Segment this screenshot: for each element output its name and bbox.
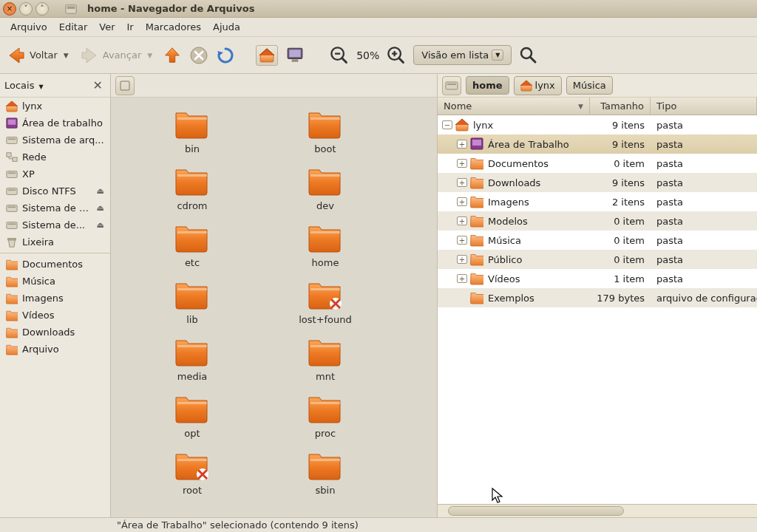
forward-history-dropdown[interactable]: ▼: [144, 52, 155, 59]
view-mode-combo[interactable]: Visão em lista ▼: [413, 45, 512, 65]
tree-row[interactable]: + Área de Trabalho 9 itens pasta: [438, 134, 757, 154]
sidebar-bookmark[interactable]: Documentos: [0, 256, 110, 273]
folder-item[interactable]: bin: [133, 109, 251, 154]
col-name-header[interactable]: Nome▼: [438, 98, 590, 115]
place-label: Disco NTFS: [22, 185, 92, 197]
folder-item[interactable]: boot: [266, 109, 384, 154]
tree-row[interactable]: + Documentos 0 item pasta: [438, 154, 757, 173]
sidebar-place[interactable]: Sistema de arq... ⏏: [0, 200, 110, 216]
expander-icon[interactable]: +: [457, 159, 467, 168]
sidebar-close-button[interactable]: ✕: [90, 78, 106, 92]
sidebar-place[interactable]: Lixeira: [0, 233, 110, 250]
home-button[interactable]: [256, 45, 278, 66]
tree-row[interactable]: + Público 0 item pasta: [438, 250, 757, 269]
folder-item[interactable]: media: [133, 337, 251, 382]
eject-icon[interactable]: ⏏: [97, 186, 104, 196]
icon-view-toggle[interactable]: [115, 76, 135, 95]
window-close-button[interactable]: ×: [3, 2, 16, 16]
folder-item[interactable]: etc: [133, 223, 251, 268]
sidebar-title[interactable]: Locais ▼: [4, 80, 90, 91]
window-title: home - Navegador de Arquivos: [87, 3, 254, 14]
tree-row[interactable]: + Imagens 2 itens pasta: [438, 192, 757, 211]
sidebar-place[interactable]: Disco NTFS ⏏: [0, 183, 110, 200]
zoom-level: 50%: [356, 50, 379, 61]
back-history-dropdown[interactable]: ▼: [61, 52, 72, 59]
expander-icon[interactable]: +: [457, 236, 467, 245]
col-type-header[interactable]: Tipo: [651, 98, 757, 115]
path-segment-lynx[interactable]: lynx: [514, 76, 562, 95]
menu-help[interactable]: Ajuda: [207, 19, 246, 35]
folder-item[interactable]: root: [133, 451, 251, 496]
sidebar-bookmark[interactable]: Downloads: [0, 324, 110, 341]
sidebar-bookmark[interactable]: Imagens: [0, 290, 110, 307]
folder-item[interactable]: cdrom: [133, 166, 251, 211]
svg-rect-14: [290, 50, 301, 57]
menu-bookmarks[interactable]: Marcadores: [140, 19, 207, 35]
folder-item[interactable]: lib: [133, 280, 251, 325]
pathbar-disk-button[interactable]: [442, 76, 461, 95]
folder-item[interactable]: opt: [133, 394, 251, 439]
menu-go[interactable]: Ir: [121, 19, 140, 35]
reload-button[interactable]: [216, 46, 235, 65]
tree-row[interactable]: − lynx 9 itens pasta: [438, 115, 757, 134]
folder-item[interactable]: proc: [266, 394, 384, 439]
icon-view[interactable]: bin boot cdrom dev etc: [111, 98, 438, 517]
grid-icon: [119, 80, 131, 92]
folder-item[interactable]: home: [266, 223, 384, 268]
folder-item[interactable]: sbin: [266, 451, 384, 496]
path-segment-music[interactable]: Música: [566, 76, 613, 95]
window-minimize-button[interactable]: ˅: [19, 2, 33, 16]
up-button[interactable]: [163, 46, 182, 65]
sidebar-place[interactable]: Sistema de... ⏏: [0, 216, 110, 233]
eject-icon[interactable]: ⏏: [97, 220, 104, 230]
folder-icon: [470, 214, 483, 228]
zoom-out-button[interactable]: [330, 46, 349, 65]
row-size: 9 itens: [590, 139, 651, 150]
expander-icon[interactable]: +: [457, 178, 467, 187]
tree-row[interactable]: Exemplos 179 bytes arquivo de configuraç…: [438, 288, 757, 307]
expander-icon[interactable]: +: [457, 274, 467, 283]
tree-hscrollbar[interactable]: [438, 504, 757, 517]
expander-icon[interactable]: −: [442, 120, 452, 129]
folder-name: etc: [185, 257, 200, 268]
folder-item[interactable]: mnt: [266, 337, 384, 382]
home-icon: [6, 100, 18, 112]
expander-icon[interactable]: +: [457, 255, 467, 264]
tree-row[interactable]: + Modelos 0 item pasta: [438, 211, 757, 231]
menu-file[interactable]: Arquivo: [4, 19, 53, 35]
sidebar-place[interactable]: lynx: [0, 98, 110, 115]
search-button[interactable]: [519, 46, 538, 65]
computer-button[interactable]: [285, 46, 305, 65]
zoom-in-button[interactable]: [387, 46, 406, 65]
row-name: Documentos: [488, 158, 590, 169]
folder-icon: [174, 109, 210, 140]
sidebar-bookmark[interactable]: Arquivo: [0, 341, 110, 358]
menubar: Arquivo Editar Ver Ir Marcadores Ajuda: [0, 18, 757, 37]
sidebar-bookmark[interactable]: Vídeos: [0, 307, 110, 324]
tree-row[interactable]: + Vídeos 1 item pasta: [438, 269, 757, 288]
home-icon: [520, 80, 532, 92]
folder-item[interactable]: dev: [266, 166, 384, 211]
tree-row[interactable]: + Downloads 9 itens pasta: [438, 173, 757, 192]
folder-item[interactable]: lost+found: [266, 280, 384, 325]
center-header: [111, 74, 438, 98]
window-maximize-button[interactable]: ˄: [35, 2, 49, 16]
expander-icon[interactable]: +: [457, 197, 467, 206]
sidebar-place[interactable]: Rede: [0, 149, 110, 166]
back-button[interactable]: Voltar ▼: [6, 45, 72, 66]
expander-icon[interactable]: +: [457, 216, 467, 225]
menu-view[interactable]: Ver: [93, 19, 120, 35]
menu-edit[interactable]: Editar: [53, 19, 94, 35]
stop-button[interactable]: [189, 46, 208, 65]
col-size-header[interactable]: Tamanho: [590, 98, 651, 115]
tree-row[interactable]: + Música 0 item pasta: [438, 231, 757, 250]
sidebar-place[interactable]: Sistema de arq...: [0, 132, 110, 149]
sidebar-place[interactable]: XP: [0, 166, 110, 183]
expander-icon[interactable]: +: [457, 140, 467, 149]
path-segment-home[interactable]: home: [466, 76, 509, 95]
eject-icon[interactable]: ⏏: [97, 203, 104, 213]
arrow-up-icon: [163, 45, 182, 66]
sidebar-bookmark[interactable]: Música: [0, 273, 110, 290]
forward-button[interactable]: Avançar ▼: [79, 45, 155, 66]
sidebar-place[interactable]: Área de trabalho: [0, 115, 110, 132]
